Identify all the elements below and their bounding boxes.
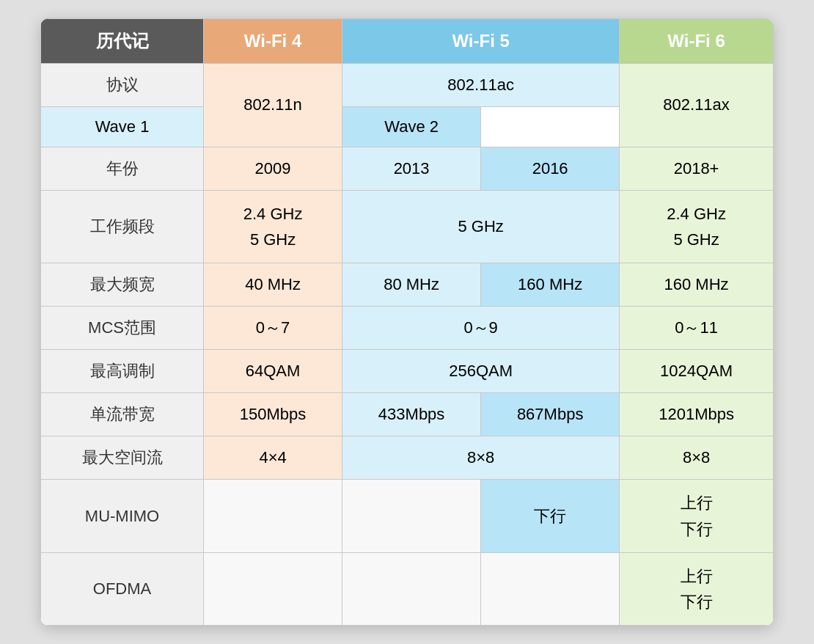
cell-wifi4-mcs: 0～7 <box>204 307 342 350</box>
header-wifi5: Wi-Fi 5 <box>342 18 620 63</box>
cell-wifi5-mcs: 0～9 <box>342 307 620 350</box>
cell-wifi6-mcs: 0～11 <box>620 307 774 350</box>
cell-wifi5-wave2-singlestream: 867Mbps <box>481 393 620 436</box>
row-mumimo-label: MU-MIMO <box>41 480 204 552</box>
row-ofdma-label: OFDMA <box>41 552 204 625</box>
cell-wifi5-wave2-sub: Wave 2 <box>342 106 481 147</box>
cell-wifi6-year: 2018+ <box>620 147 774 190</box>
cell-wifi4-protocol: 802.11n <box>204 63 342 147</box>
cell-wifi4-mumimo <box>204 480 342 552</box>
row-bandwidth-label: 最大频宽 <box>41 263 204 307</box>
cell-wifi5-protocol-ac: 802.11ac <box>342 63 620 106</box>
row-year-label: 年份 <box>41 147 204 190</box>
cell-wifi5-wave1-singlestream: 433Mbps <box>342 393 481 436</box>
cell-wifi4-ofdma <box>204 552 342 625</box>
cell-wifi6-modulation: 1024QAM <box>620 350 774 393</box>
cell-wifi5-freq: 5 GHz <box>342 190 620 263</box>
header-wifi6: Wi-Fi 6 <box>620 18 774 63</box>
cell-wifi6-protocol: 802.11ax <box>620 63 774 147</box>
row-protocol-label: 协议 <box>41 63 204 106</box>
row-spatial-label: 最大空间流 <box>41 436 204 480</box>
cell-wifi5-wave2-year: 2016 <box>481 147 620 190</box>
row-mcs-label: MCS范围 <box>41 307 204 350</box>
cell-wifi5-wave1-bandwidth: 80 MHz <box>342 263 481 307</box>
cell-wifi4-year: 2009 <box>204 147 342 190</box>
cell-wifi6-mumimo: 上行下行 <box>620 480 774 552</box>
cell-wifi6-ofdma: 上行下行 <box>620 552 774 625</box>
cell-wifi5-wave2-mumimo: 下行 <box>481 480 620 552</box>
cell-wifi5-wave2-bandwidth: 160 MHz <box>481 263 620 307</box>
comparison-table: 历代记 Wi-Fi 4 Wi-Fi 5 Wi-Fi 6 协议 802.11n 8… <box>40 18 774 626</box>
cell-wifi5-wave1-mumimo <box>342 480 481 552</box>
cell-wifi4-singlestream: 150Mbps <box>204 393 342 436</box>
cell-wifi6-spatial: 8×8 <box>620 436 774 480</box>
cell-wifi4-freq: 2.4 GHz5 GHz <box>204 190 342 263</box>
header-wifi4: Wi-Fi 4 <box>204 18 342 63</box>
row-freq-label: 工作频段 <box>41 190 204 263</box>
cell-wifi5-spatial: 8×8 <box>342 436 620 480</box>
row-modulation-label: 最高调制 <box>41 350 204 393</box>
cell-wifi4-bandwidth: 40 MHz <box>204 263 342 307</box>
cell-wifi5-wave1-sub: Wave 1 <box>41 106 204 147</box>
cell-wifi4-spatial: 4×4 <box>204 436 342 480</box>
cell-wifi5-modulation: 256QAM <box>342 350 620 393</box>
cell-wifi6-bandwidth: 160 MHz <box>620 263 774 307</box>
cell-wifi5-wave1-year: 2013 <box>342 147 481 190</box>
cell-wifi6-singlestream: 1201Mbps <box>620 393 774 436</box>
cell-wifi5-wave2-ofdma <box>481 552 620 625</box>
cell-wifi6-freq: 2.4 GHz5 GHz <box>620 190 774 263</box>
header-label: 历代记 <box>41 18 204 63</box>
cell-wifi4-modulation: 64QAM <box>204 350 342 393</box>
row-singlestream-label: 单流带宽 <box>41 393 204 436</box>
cell-wifi5-wave1-ofdma <box>342 552 481 625</box>
